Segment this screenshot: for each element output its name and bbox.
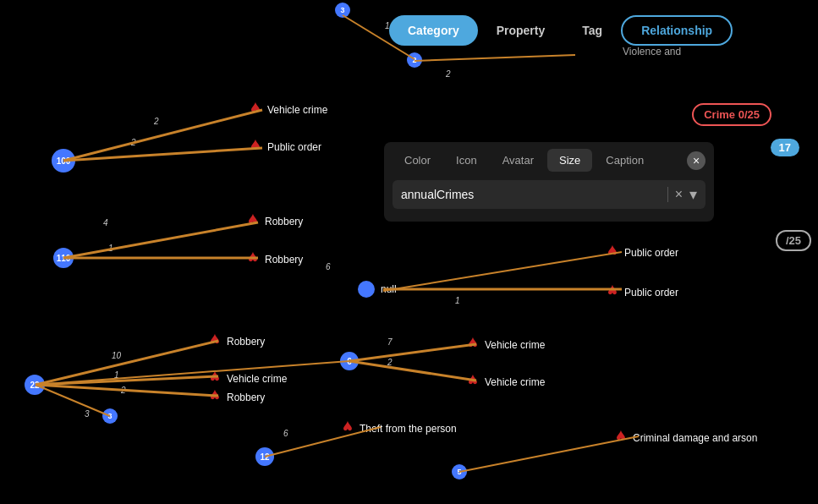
property-panel: Color Icon Avatar Size Caption × × ▾ — [384, 142, 714, 222]
crime-icon-robbery4: ♥ — [210, 387, 220, 404]
node-null-label: null — [381, 283, 397, 295]
node-100-label: 100 — [57, 156, 71, 166]
crime-icon-public2: ♥ — [607, 243, 618, 260]
crime-label-public2: Public order — [624, 247, 678, 259]
crime-icon-criminal: ♥ — [616, 428, 626, 445]
node-22-label: 22 — [30, 381, 39, 390]
panel-search-clear-button[interactable]: × — [675, 187, 683, 202]
svg-line-2 — [63, 222, 258, 258]
panel-tab-avatar[interactable]: Avatar — [491, 149, 546, 172]
num-badge-25: /25 — [776, 230, 811, 251]
edge-label-1c: 1 — [455, 296, 460, 305]
panel-search-dropdown-button[interactable]: ▾ — [689, 185, 697, 204]
svg-line-18 — [36, 361, 349, 385]
panel-tab-color[interactable]: Color — [393, 149, 442, 172]
node-5[interactable]: 5 — [452, 464, 467, 479]
edge-label-6a: 6 — [326, 262, 331, 271]
node-110-label: 110 — [57, 254, 71, 263]
svg-line-11 — [349, 344, 476, 361]
panel-tab-caption[interactable]: Caption — [594, 149, 656, 172]
node-12-label: 12 — [260, 452, 269, 462]
crime-label-vehicle4: Vehicle crime — [485, 376, 545, 388]
search-divider — [667, 187, 668, 202]
node-3[interactable]: 3 — [102, 408, 118, 424]
edge-label-3: 3 — [85, 409, 90, 419]
svg-line-1 — [63, 148, 262, 161]
edge-label-2e: 2 — [446, 69, 451, 79]
panel-search-input[interactable] — [401, 188, 661, 201]
edge-label-10: 10 — [112, 351, 121, 360]
svg-line-8 — [36, 376, 218, 385]
num-badge-17: 17 — [771, 139, 799, 156]
crime-icon-vehicle1: ♥ — [250, 100, 261, 117]
svg-line-10 — [36, 385, 110, 416]
crime-label-robbery3: Robbery — [227, 336, 265, 348]
crime-icon-public3: ♥ — [607, 282, 618, 299]
edge-label-4: 4 — [103, 218, 108, 227]
crime-icon-vehicle4: ♥ — [468, 372, 478, 389]
panel-search-bar: × ▾ — [393, 180, 705, 209]
svg-line-7 — [36, 341, 218, 385]
node-top3[interactable]: 3 — [335, 3, 350, 18]
crime-label-criminal: Criminal damage and arson — [633, 432, 757, 444]
edge-label-2a: 2 — [154, 117, 159, 126]
node-3-label: 3 — [107, 412, 112, 420]
node-100[interactable]: 100 — [52, 149, 75, 173]
crime-label-robbery1: Robbery — [265, 216, 303, 227]
panel-tab-bar: Color Icon Avatar Size Caption × — [384, 142, 714, 172]
crime-label-public3: Public order — [624, 287, 678, 299]
svg-line-6 — [414, 55, 575, 61]
edge-label-1a: 1 — [108, 244, 113, 253]
crime-label-vehicle1: Vehicle crime — [267, 104, 327, 116]
node-top3-label: 3 — [340, 6, 344, 14]
svg-line-12 — [349, 361, 476, 381]
edge-label-6b: 6 — [283, 429, 288, 438]
node-5-label: 5 — [457, 468, 461, 476]
node-6a[interactable]: 6 — [340, 352, 359, 370]
crime-icon-robbery2: ♥ — [248, 249, 258, 266]
svg-line-9 — [36, 385, 218, 396]
crime-icon-vehicle3: ♥ — [468, 335, 478, 352]
crime-label-robbery4: Robbery — [227, 392, 265, 403]
svg-line-0 — [63, 110, 262, 161]
node-2-label: 2 — [412, 56, 416, 64]
panel-tab-icon[interactable]: Icon — [444, 149, 489, 172]
node-null[interactable] — [358, 281, 375, 298]
node-12[interactable]: 12 — [255, 447, 274, 466]
crime-label-public1: Public order — [267, 141, 321, 153]
edge-label-1b: 1 — [114, 370, 119, 380]
node-6a-label: 6 — [347, 357, 352, 366]
crime-badge[interactable]: Crime 0/25 — [692, 103, 771, 126]
node-2[interactable]: 2 — [407, 52, 422, 68]
crime-label-vehicle3: Vehicle crime — [485, 339, 545, 351]
node-110[interactable]: 110 — [53, 248, 74, 268]
top-tab-bar: Category Property Tag Relationship — [389, 15, 733, 46]
svg-line-16 — [383, 252, 622, 291]
panel-close-button[interactable]: × — [687, 151, 705, 170]
crime-icon-robbery3: ♥ — [210, 331, 220, 348]
edge-label-7: 7 — [387, 337, 393, 347]
panel-tab-size[interactable]: Size — [547, 149, 592, 172]
svg-line-15 — [459, 436, 639, 472]
tab-property[interactable]: Property — [478, 15, 564, 46]
tab-relationship[interactable]: Relationship — [621, 15, 733, 46]
crime-label-theft: Theft from the person — [360, 423, 457, 435]
crime-icon-theft: ♥ — [343, 419, 353, 436]
edge-label-2b: 2 — [131, 138, 136, 147]
crime-icon-public1: ♥ — [250, 137, 261, 154]
crime-label-robbery2: Robbery — [265, 254, 303, 266]
crime-label-vehicle2: Vehicle crime — [227, 373, 287, 385]
node-22[interactable]: 22 — [25, 375, 45, 395]
tab-tag[interactable]: Tag — [563, 15, 621, 46]
edge-label-2c: 2 — [121, 386, 126, 395]
edge-label-2d: 2 — [387, 358, 393, 367]
crime-label-violence: Violence and — [623, 46, 681, 58]
crime-icon-vehicle2: ♥ — [210, 369, 220, 386]
tab-category[interactable]: Category — [389, 15, 478, 46]
crime-icon-robbery1: ♥ — [248, 211, 258, 228]
